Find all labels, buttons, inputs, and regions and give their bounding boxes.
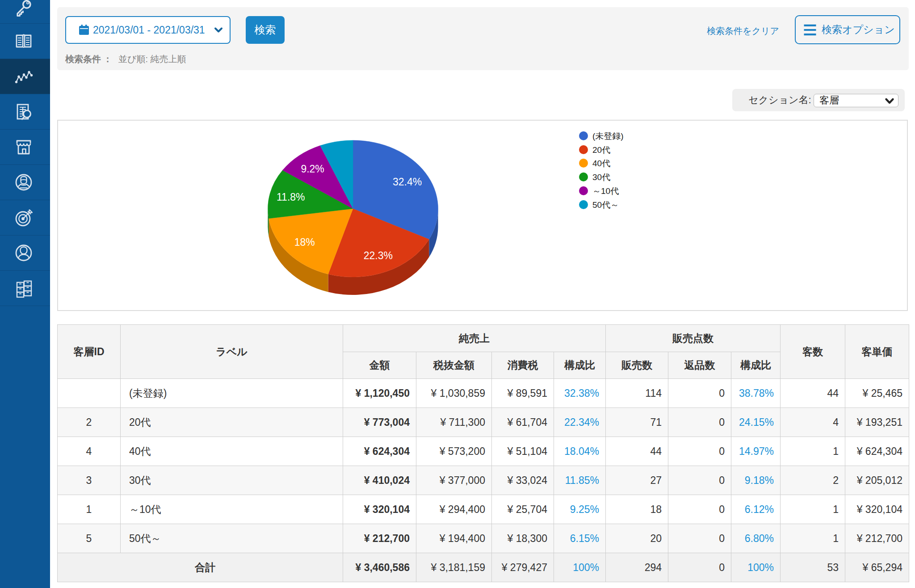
svg-text:32.4%: 32.4% [393, 176, 422, 188]
svg-text:18%: 18% [294, 236, 315, 248]
svg-text:22.3%: 22.3% [364, 250, 393, 261]
svg-text:9.2%: 9.2% [301, 163, 324, 175]
svg-text:11.8%: 11.8% [277, 191, 305, 203]
